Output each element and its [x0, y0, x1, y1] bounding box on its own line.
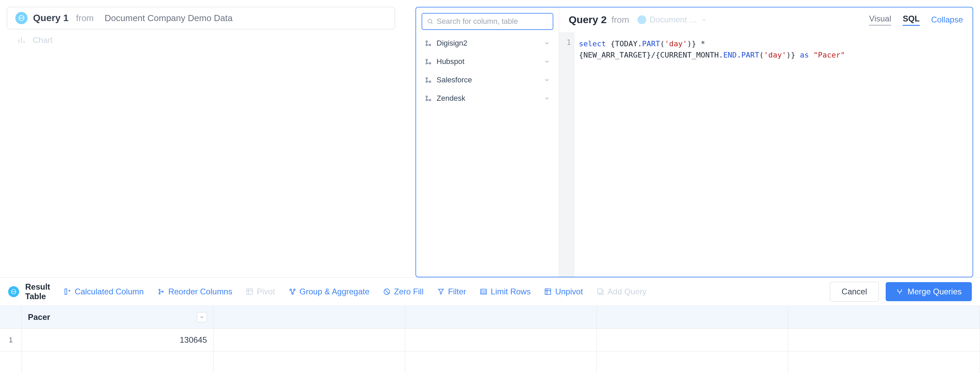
- merge-queries-button[interactable]: Merge Queries: [886, 282, 972, 301]
- schema-icon: [425, 58, 432, 65]
- result-area: Result Table Calculated Column Reorder C…: [0, 277, 980, 373]
- data-cell[interactable]: [405, 329, 597, 351]
- unpivot-button[interactable]: Unpivot: [544, 287, 582, 297]
- table-row[interactable]: 1 130645: [0, 329, 980, 352]
- chevron-down-icon: [544, 95, 550, 102]
- svg-rect-25: [545, 289, 551, 295]
- schema-search[interactable]: [422, 13, 553, 30]
- data-cell[interactable]: [788, 329, 980, 351]
- table-row-empty: [0, 352, 980, 373]
- tree-item-digisign2[interactable]: Digisign2: [422, 35, 553, 52]
- svg-point-13: [430, 99, 431, 101]
- column-menu-button[interactable]: [197, 312, 207, 322]
- query1-header[interactable]: Query 1 from Document Company Demo Data: [7, 7, 395, 29]
- query2-header: Query 2 from Document … Visual SQL Colla…: [559, 8, 972, 32]
- svg-point-5: [426, 59, 427, 60]
- chevron-down-icon: [701, 17, 707, 23]
- reorder-icon: [158, 288, 165, 295]
- result-title-line2: Table: [25, 292, 50, 301]
- svg-point-4: [430, 44, 431, 46]
- result-title-line1: Result: [25, 282, 50, 292]
- svg-point-11: [426, 96, 427, 97]
- group-icon: [289, 288, 296, 295]
- schema-icon: [425, 40, 432, 47]
- grid-header-row: Pacer: [0, 306, 980, 329]
- column-header[interactable]: [597, 306, 788, 329]
- rownum-header: [0, 306, 22, 329]
- svg-rect-19: [247, 289, 253, 295]
- datasource-mini-icon: [638, 15, 646, 24]
- schema-search-input[interactable]: [436, 17, 548, 26]
- add-query-icon: [597, 288, 604, 295]
- schema-icon: [425, 76, 432, 83]
- rownum-cell: 1: [0, 329, 22, 351]
- sql-editor[interactable]: 1 select {TODAY.PART('day')} * {NEW_ARR_…: [559, 32, 972, 277]
- tab-sql[interactable]: SQL: [903, 14, 920, 26]
- collapse-link[interactable]: Collapse: [931, 15, 963, 24]
- tree-item-zendesk[interactable]: Zendesk: [422, 90, 553, 107]
- tree-label: Digisign2: [436, 39, 468, 48]
- data-cell[interactable]: [213, 329, 405, 351]
- data-cell: [788, 352, 980, 373]
- svg-point-8: [426, 78, 427, 79]
- datasource-icon: [15, 12, 28, 24]
- svg-point-2: [426, 41, 427, 42]
- svg-point-3: [426, 44, 427, 46]
- result-icon: [8, 286, 19, 297]
- calculated-column-button[interactable]: Calculated Column: [64, 287, 144, 297]
- svg-point-1: [428, 19, 432, 23]
- tree-label: Zendesk: [436, 94, 465, 103]
- query2-title: Query 2: [569, 14, 607, 25]
- column-header[interactable]: [213, 306, 405, 329]
- limit-icon: [480, 288, 487, 295]
- svg-point-12: [426, 99, 427, 101]
- svg-point-9: [426, 81, 427, 83]
- svg-point-6: [426, 63, 427, 64]
- zero-fill-button[interactable]: Zero Fill: [383, 287, 423, 297]
- svg-point-17: [159, 293, 161, 294]
- filter-button[interactable]: Filter: [437, 287, 466, 297]
- tree-item-hubspot[interactable]: Hubspot: [422, 53, 553, 70]
- group-aggregate-button[interactable]: Group & Aggregate: [289, 287, 369, 297]
- chevron-down-icon: [544, 40, 550, 46]
- data-cell: [213, 352, 405, 373]
- query1-title: Query 1: [33, 13, 68, 24]
- tree-label: Hubspot: [436, 57, 465, 66]
- svg-point-10: [430, 81, 431, 83]
- limit-rows-button[interactable]: Limit Rows: [480, 287, 531, 297]
- data-cell[interactable]: 130645: [22, 329, 213, 351]
- sql-code[interactable]: select {TODAY.PART('day')} * {NEW_ARR_TA…: [574, 32, 850, 277]
- cancel-button[interactable]: Cancel: [830, 282, 879, 302]
- chart-label: Chart: [33, 35, 53, 45]
- svg-point-18: [162, 291, 164, 292]
- chart-toggle[interactable]: Chart: [7, 29, 395, 51]
- data-cell: [405, 352, 597, 373]
- svg-rect-24: [481, 289, 487, 294]
- data-cell: [597, 352, 788, 373]
- column-header[interactable]: [788, 306, 980, 329]
- bar-chart-icon: [17, 36, 26, 44]
- reorder-columns-button[interactable]: Reorder Columns: [158, 287, 232, 297]
- query1-from-label: from: [76, 13, 94, 24]
- query2-source-selector[interactable]: Document …: [634, 14, 710, 26]
- column-header[interactable]: Pacer: [22, 306, 213, 329]
- query2-panel: Digisign2 Hubspot Salesforce Zendesk Q: [415, 7, 973, 277]
- tab-visual[interactable]: Visual: [869, 14, 891, 25]
- tree-label: Salesforce: [436, 76, 472, 84]
- data-cell: [22, 352, 213, 373]
- rownum-cell: [0, 352, 22, 373]
- pivot-button: Pivot: [246, 287, 275, 297]
- schema-icon: [425, 95, 432, 102]
- svg-rect-15: [65, 289, 67, 295]
- svg-rect-26: [598, 289, 602, 294]
- line-number: 1: [559, 38, 571, 47]
- tree-item-salesforce[interactable]: Salesforce: [422, 71, 553, 89]
- schema-sidebar: Digisign2 Hubspot Salesforce Zendesk: [416, 8, 559, 277]
- chevron-down-icon: [200, 315, 204, 319]
- query1-source: Document Company Demo Data: [105, 13, 232, 24]
- merge-icon: [896, 288, 904, 295]
- chevron-down-icon: [544, 77, 550, 83]
- data-cell[interactable]: [597, 329, 788, 351]
- column-header[interactable]: [405, 306, 597, 329]
- query2-from-label: from: [612, 14, 629, 25]
